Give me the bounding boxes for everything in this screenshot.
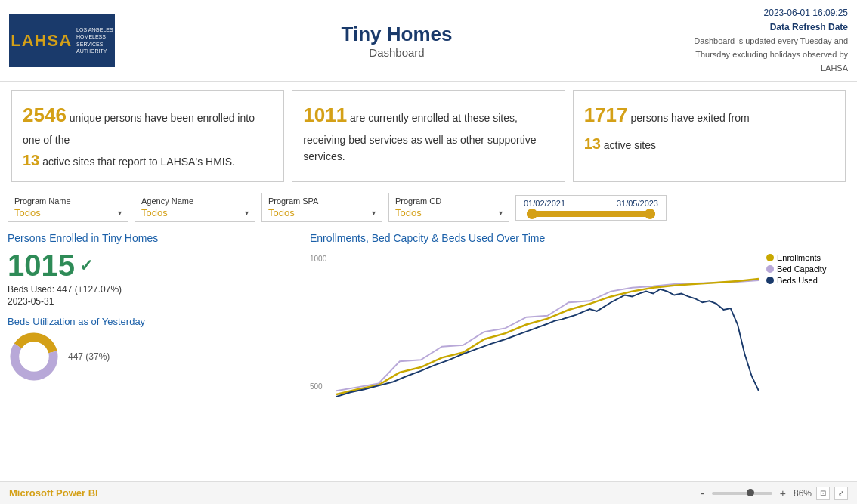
filter-program-spa-label: Program SPA bbox=[268, 196, 376, 206]
legend-dot-enrollments bbox=[766, 254, 774, 261]
logo-lahsa: LAHSA bbox=[11, 31, 72, 51]
stat-card-enrolled: 2546 unique persons have been enrolled i… bbox=[11, 90, 284, 182]
big-enrollment-number: 1015 ✓ bbox=[8, 249, 302, 283]
filter-program-cd-value: Todos bbox=[395, 207, 422, 218]
filter-program-cd[interactable]: Program CD Todos ▾ bbox=[388, 193, 509, 222]
chart-legend: Enrollments Bed Capacity Beds Used bbox=[766, 253, 849, 285]
legend-label-beds-used: Beds Used bbox=[777, 276, 818, 285]
left-panel-title: Persons Enrolled in Tiny Homes bbox=[8, 232, 302, 244]
left-panel: Persons Enrolled in Tiny Homes 1015 ✓ Be… bbox=[8, 232, 302, 477]
zoom-plus-button[interactable]: + bbox=[777, 487, 789, 499]
filter-agency-name[interactable]: Agency Name Todos ▾ bbox=[135, 193, 255, 222]
beds-used-text: Beds Used: 447 (+127.07%) bbox=[8, 284, 302, 295]
filter-program-cd-select[interactable]: Todos ▾ bbox=[395, 207, 503, 218]
datetime-value: 2023-06-01 16:09:25 bbox=[667, 6, 848, 20]
legend-dot-beds-used bbox=[766, 277, 774, 284]
filter-program-name-value: Todos bbox=[14, 207, 41, 218]
filter-program-name-label: Program Name bbox=[14, 196, 122, 206]
date-range-filter[interactable]: 01/02/2021 31/05/2023 bbox=[515, 195, 667, 221]
filters-row: Program Name Todos ▾ Agency Name Todos ▾… bbox=[0, 188, 857, 227]
powerbi-link[interactable]: Microsoft Power BI bbox=[9, 487, 98, 499]
filter-agency-name-label: Agency Name bbox=[141, 196, 249, 206]
filter-program-spa-value: Todos bbox=[268, 207, 295, 218]
zoom-thumb[interactable] bbox=[747, 489, 754, 496]
filter-program-spa-select[interactable]: Todos ▾ bbox=[268, 207, 376, 218]
util-title: Beds Utilization as of Yesterday bbox=[8, 316, 302, 327]
enrollment-count: 1015 bbox=[8, 249, 75, 283]
expand-icon[interactable]: ⤢ bbox=[834, 487, 848, 500]
filter-program-spa[interactable]: Program SPA Todos ▾ bbox=[261, 193, 382, 222]
refresh-label: Data Refresh Date bbox=[667, 20, 848, 35]
legend-bed-capacity: Bed Capacity bbox=[766, 264, 849, 274]
right-panel: Enrollments, Bed Capcity & Beds Used Ove… bbox=[310, 232, 849, 477]
fit-page-icon[interactable]: ⊡ bbox=[816, 487, 830, 500]
stat-card-current: 1011 are currently enrolled at these sit… bbox=[292, 90, 565, 182]
chevron-down-icon: ▾ bbox=[118, 209, 122, 217]
filter-program-name[interactable]: Program Name Todos ▾ bbox=[8, 193, 128, 222]
page-subtitle: Dashboard bbox=[127, 46, 667, 59]
stat-card-exited: 1717 persons have exited from 13 active … bbox=[573, 90, 846, 182]
header-date-info: 2023-06-01 16:09:25 Data Refresh Date Da… bbox=[667, 6, 848, 75]
stat-exited-text2: active sites bbox=[604, 139, 656, 151]
stat-exited-number2: 13 bbox=[584, 135, 601, 152]
refresh-note: Dashboard is updated every Tuesday and T… bbox=[667, 35, 848, 75]
chevron-down-icon-3: ▾ bbox=[372, 209, 376, 217]
chart-area: 1000 500 Enrollments bbox=[310, 247, 849, 398]
filter-program-name-select[interactable]: Todos ▾ bbox=[14, 207, 122, 218]
checkmark-icon: ✓ bbox=[79, 256, 93, 276]
donut-chart bbox=[8, 330, 60, 383]
beds-used-date: 2023-05-31 bbox=[8, 296, 302, 307]
slider-right-thumb[interactable] bbox=[645, 209, 655, 219]
logo-box: LAHSA LOS ANGELES HOMELESS SERVICES AUTH… bbox=[9, 14, 115, 67]
donut-label: 447 (37%) bbox=[68, 351, 110, 362]
y-label-500: 500 bbox=[310, 382, 336, 391]
page-title: Tiny Homes bbox=[127, 23, 667, 46]
date-start-label: 01/02/2021 bbox=[524, 199, 565, 208]
header: LAHSA LOS ANGELES HOMELESS SERVICES AUTH… bbox=[0, 0, 857, 82]
stat-exited-number: 1717 bbox=[584, 104, 628, 126]
filter-program-cd-label: Program CD bbox=[395, 196, 503, 206]
chevron-down-icon-2: ▾ bbox=[245, 209, 249, 217]
chart-title: Enrollments, Bed Capcity & Beds Used Ove… bbox=[310, 232, 849, 244]
date-end-label: 31/05/2023 bbox=[617, 199, 658, 208]
donut-chart-area: 447 (37%) bbox=[8, 330, 302, 383]
stat-enrolled-number: 2546 bbox=[23, 104, 67, 126]
stat-enrolled-text2: active sites that report to LAHSA's HMIS… bbox=[42, 156, 235, 168]
legend-label-bed-capacity: Bed Capacity bbox=[777, 264, 826, 274]
stat-enrolled-number2: 13 bbox=[23, 152, 39, 169]
zoom-level-display: 86% bbox=[794, 488, 812, 499]
slider-left-thumb[interactable] bbox=[527, 209, 537, 219]
date-range-slider[interactable] bbox=[527, 211, 655, 217]
filter-agency-name-value: Todos bbox=[141, 207, 168, 218]
donut-percent: 447 (37%) bbox=[68, 351, 110, 362]
zoom-minus-button[interactable]: - bbox=[698, 487, 707, 499]
content-area: Persons Enrolled in Tiny Homes 1015 ✓ Be… bbox=[0, 227, 857, 481]
zoom-slider[interactable] bbox=[712, 492, 772, 495]
stats-row: 2546 unique persons have been enrolled i… bbox=[0, 82, 857, 188]
time-series-chart bbox=[336, 251, 759, 398]
logo-description: LOS ANGELES HOMELESS SERVICES AUTHORITY bbox=[76, 26, 113, 54]
legend-beds-used: Beds Used bbox=[766, 276, 849, 285]
stat-exited-text1: persons have exited from bbox=[630, 112, 749, 124]
bottom-bar: Microsoft Power BI - + 86% ⊡ ⤢ bbox=[0, 481, 857, 504]
y-label-1000: 1000 bbox=[310, 255, 336, 263]
legend-dot-bed-capacity bbox=[766, 265, 774, 273]
filter-agency-name-select[interactable]: Todos ▾ bbox=[141, 207, 249, 218]
legend-label-enrollments: Enrollments bbox=[777, 253, 821, 262]
chevron-down-icon-4: ▾ bbox=[499, 209, 503, 217]
header-title: Tiny Homes Dashboard bbox=[127, 23, 667, 59]
legend-enrollments: Enrollments bbox=[766, 253, 849, 262]
zoom-controls: - + 86% ⊡ ⤢ bbox=[698, 487, 848, 500]
stat-current-number: 1011 bbox=[303, 104, 347, 126]
